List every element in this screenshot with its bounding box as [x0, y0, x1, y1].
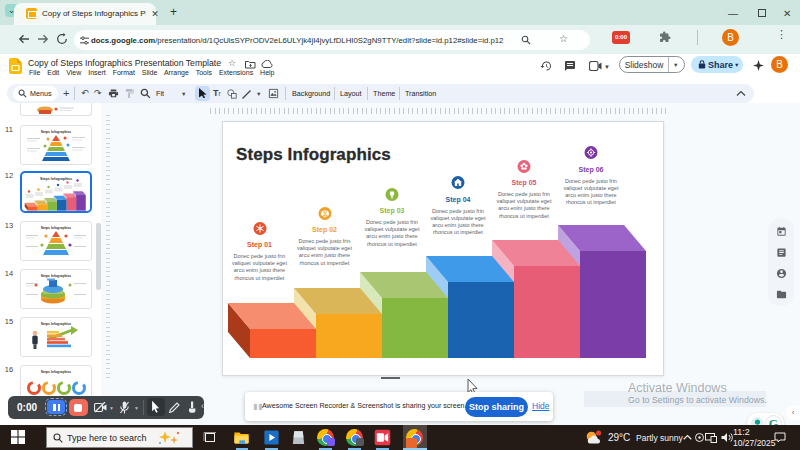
svg-text:Steps Infographics: Steps Infographics [41, 130, 72, 134]
svg-text:Steps Infographics: Steps Infographics [41, 322, 72, 326]
svg-text:Steps Infographics: Steps Infographics [41, 274, 72, 278]
svg-text:Steps Infographics: Steps Infographics [41, 226, 72, 230]
svg-text:Steps Infographics: Steps Infographics [40, 177, 72, 181]
svg-text:Steps Infographics: Steps Infographics [41, 370, 72, 374]
